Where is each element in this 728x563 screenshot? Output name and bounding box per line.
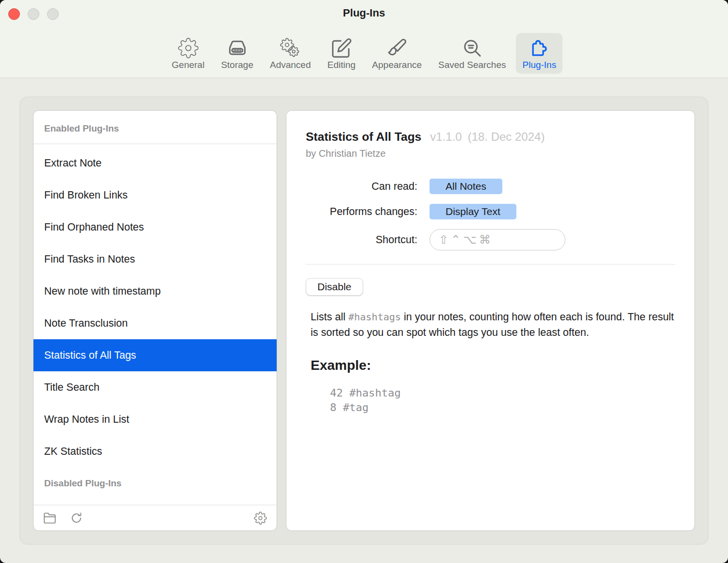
toolbar-item-storage[interactable]: Storage (215, 33, 260, 74)
plugin-permissions-form: Can read:All NotesPerforms changes:Displ… (306, 179, 675, 250)
toolbar-item-saved-searches[interactable]: Saved Searches (432, 33, 512, 74)
content-area: Enabled Plug-Ins Extract Note Find Broke… (0, 79, 728, 563)
search-icon (462, 37, 483, 59)
plugin-list-item-label: Title Search (44, 381, 99, 394)
plugin-version: v1.1.0 (430, 130, 462, 144)
window-title: Plug-Ins (0, 7, 728, 19)
plugins-pane: Enabled Plug-Ins Extract Note Find Broke… (19, 97, 709, 545)
toolbar-item-label: General (172, 60, 205, 70)
plugin-list-item-label: ZK Statistics (44, 446, 102, 458)
plugin-detail-panel: Statistics of All Tags v1.1.0 (18. Dec 2… (286, 110, 695, 531)
plugin-list-item-zk-statistics[interactable]: ZK Statistics (33, 435, 277, 467)
plugin-author: by Christian Tietze (306, 148, 675, 159)
plugin-list-item-label: Find Broken Links (44, 189, 128, 201)
toolbar-item-label: Plug-Ins (522, 60, 556, 70)
toolbar-item-editing[interactable]: Editing (321, 33, 362, 74)
plugin-description: Lists all #hashtags in your notes, count… (311, 309, 675, 340)
disable-button[interactable]: Disable (306, 278, 363, 296)
toolbar-item-general[interactable]: General (165, 33, 211, 74)
drive-icon (227, 37, 248, 59)
plugin-list-item-wrap-notes-in-list[interactable]: Wrap Notes in List (33, 403, 277, 435)
permission-badge: Display Text (430, 204, 516, 219)
description-code: #hashtags (348, 311, 401, 323)
reload-icon[interactable] (70, 512, 83, 525)
field-label-shortcut: Shortcut: (306, 234, 417, 246)
plugin-list-panel: Enabled Plug-Ins Extract Note Find Broke… (33, 110, 277, 531)
field-value-all-notes: All Notes (430, 179, 565, 194)
enabled-plugins-label: Enabled Plug-Ins (44, 123, 119, 133)
plugin-list-item-find-orphaned-notes[interactable]: Find Orphaned Notes (33, 211, 277, 243)
toolbar-item-label: Editing (327, 60, 355, 70)
plugin-date: (18. Dec 2024) (468, 130, 545, 144)
plugin-title-row: Statistics of All Tags v1.1.0 (18. Dec 2… (306, 130, 675, 144)
permission-badge: All Notes (430, 179, 502, 194)
plugin-list-item-find-broken-links[interactable]: Find Broken Links (33, 179, 277, 211)
folder-icon[interactable] (43, 512, 56, 525)
edit-icon (331, 37, 352, 59)
plugin-list-item-statistics-of-all-tags[interactable]: Statistics of All Tags (33, 339, 277, 371)
plugin-list-item-label: Note Transclusion (44, 317, 128, 330)
field-label-performs-changes: Performs changes: (306, 206, 417, 218)
toolbar-item-label: Saved Searches (438, 60, 506, 70)
puzzle-icon (529, 37, 550, 59)
divider (306, 264, 675, 265)
window-header: Plug-Ins General Storage Advanced Editin… (0, 0, 728, 78)
toolbar-item-label: Storage (221, 60, 253, 70)
shortcut-placeholder-keys: ⇧⌃⌥⌘ (439, 233, 493, 247)
field-label-can-read: Can read: (306, 181, 417, 193)
toolbar-item-plug-ins[interactable]: Plug-Ins (516, 33, 563, 74)
titlebar: Plug-Ins (0, 0, 728, 25)
gears-icon (280, 37, 301, 59)
plugin-title: Statistics of All Tags (306, 130, 421, 144)
gear-icon[interactable] (254, 512, 267, 525)
example-heading: Example: (311, 358, 675, 373)
plugin-list: Extract Note Find Broken Links Find Orph… (33, 144, 277, 505)
plugin-list-item-title-search[interactable]: Title Search (33, 371, 277, 403)
shortcut-recorder-field[interactable]: ⇧⌃⌥⌘ (430, 229, 565, 250)
toolbar-item-advanced[interactable]: Advanced (264, 33, 317, 74)
plugin-list-item-label: New note with timestamp (44, 285, 161, 298)
preferences-window: Plug-Ins General Storage Advanced Editin… (0, 0, 728, 563)
field-value-display-text: Display Text (430, 204, 565, 219)
example-code: 42 #hashtag 8 #tag (330, 386, 675, 415)
enabled-plugins-header: Enabled Plug-Ins (33, 111, 277, 144)
shortcut-field-wrap: ⇧⌃⌥⌘ (430, 229, 565, 250)
plugin-list-item-label: Find Tasks in Notes (44, 253, 135, 265)
toolbar-item-label: Advanced (270, 60, 311, 70)
plugin-list-item-note-transclusion[interactable]: Note Transclusion (33, 307, 277, 339)
plugin-list-item-label: Find Orphaned Notes (44, 221, 144, 233)
disabled-plugins-label: Disabled Plug-Ins (44, 478, 121, 488)
brush-icon (386, 37, 408, 59)
gear-icon (178, 37, 199, 59)
plugin-list-item-label: Wrap Notes in List (44, 414, 129, 426)
preferences-toolbar: General Storage Advanced Editing Appeara… (0, 33, 728, 74)
plugin-list-item-find-tasks-in-notes[interactable]: Find Tasks in Notes (33, 243, 277, 275)
description-pre: Lists all (311, 311, 348, 323)
plugin-list-item-label: Statistics of All Tags (44, 349, 136, 362)
plugin-list-item-new-note-with-timestamp[interactable]: New note with timestamp (33, 275, 277, 307)
plugin-list-item-label: Extract Note (44, 157, 101, 169)
plugin-list-item-extract-note[interactable]: Extract Note (33, 147, 277, 179)
disabled-plugins-header: Disabled Plug-Ins (33, 474, 277, 493)
toolbar-item-appearance[interactable]: Appearance (366, 33, 428, 74)
plugin-list-footer (33, 505, 277, 530)
toolbar-item-label: Appearance (372, 60, 422, 70)
